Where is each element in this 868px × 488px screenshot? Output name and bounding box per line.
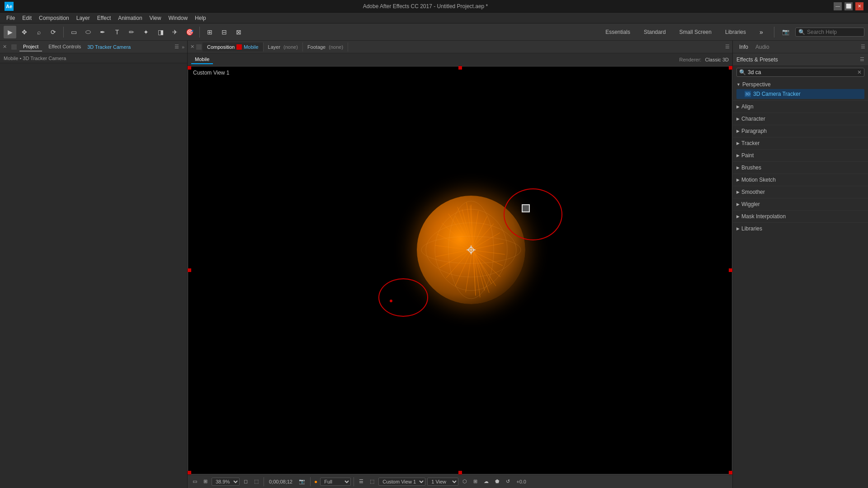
menu-help[interactable]: Help — [191, 14, 210, 22]
vc-motion-blur[interactable]: ☁ — [481, 478, 491, 485]
ep-header-menu[interactable]: ☰ — [860, 56, 864, 62]
ep-section-header-align[interactable]: ▶ Align — [736, 102, 864, 111]
vc-region[interactable]: ⬚ — [252, 478, 261, 485]
menu-view[interactable]: View — [146, 14, 165, 22]
right-panel-menu[interactable]: ☰ — [861, 44, 865, 50]
vc-show-channel[interactable]: ⬚ — [368, 478, 377, 485]
ep-section-wiggler: ▶ Wiggler — [733, 198, 868, 210]
ep-section-header-paint[interactable]: ▶ Paint — [736, 151, 864, 160]
menu-file[interactable]: File — [3, 14, 19, 22]
ep-section-header-tracker[interactable]: ▶ Tracker — [736, 139, 864, 148]
project-panel-icon — [11, 44, 17, 50]
menu-composition[interactable]: Composition — [35, 14, 73, 22]
ep-section-header-brushes[interactable]: ▶ Brushes — [736, 163, 864, 172]
ep-section-header-wiggler[interactable]: ▶ Wiggler — [736, 200, 864, 209]
comp-panel-close[interactable]: ✕ — [190, 44, 194, 50]
vc-view-select[interactable]: Custom View 1 Active Camera Front Left T… — [378, 478, 425, 486]
vc-view-count-select[interactable]: 1 View 2 Views 4 Views — [427, 478, 458, 486]
snapshot-btn[interactable]: 📷 — [781, 27, 791, 37]
ep-section-header-motion-sketch[interactable]: ▶ Motion Sketch — [736, 175, 864, 184]
workspace-standard[interactable]: Standard — [639, 28, 670, 37]
ep-section-align: ▶ Align — [733, 100, 868, 113]
tool-hand[interactable]: ✥ — [18, 26, 31, 38]
tool-brush[interactable]: ✏ — [125, 26, 138, 38]
tab-audio[interactable]: Audio — [752, 43, 773, 51]
project-panel-close[interactable]: ✕ — [3, 44, 7, 50]
ep-item-3d-camera-tracker[interactable]: 3D 3D Camera Tracker — [736, 89, 864, 99]
menu-edit[interactable]: Edit — [19, 14, 35, 22]
border-handle-br — [729, 471, 732, 474]
tab-effect-controls[interactable]: Effect Controls — [45, 42, 85, 52]
tool-roto[interactable]: ✈ — [169, 26, 181, 38]
tool-ellipse-mask[interactable]: ⬭ — [82, 26, 94, 38]
menu-layer[interactable]: Layer — [73, 14, 94, 22]
tool-align2[interactable]: ⊟ — [218, 26, 231, 38]
ep-section-header-character[interactable]: ▶ Character — [736, 114, 864, 123]
comp-tab-composition[interactable]: Composition Mobile — [203, 42, 264, 52]
tool-clone[interactable]: ✦ — [140, 26, 152, 38]
ep-triangle-motion-sketch: ▶ — [736, 178, 740, 182]
tool-align[interactable]: ⊞ — [203, 26, 216, 38]
ep-search-box[interactable]: 🔍 3d ca ✕ — [736, 68, 864, 77]
comp-tab-layer[interactable]: Layer (none) — [264, 42, 303, 52]
vc-zoom-select[interactable]: 38.9% 50% 100% — [212, 478, 240, 486]
tab-project[interactable]: Project — [19, 42, 42, 52]
vc-3d-icons[interactable]: ⬡ — [460, 478, 469, 485]
ep-section-header-mask-interpolation[interactable]: ▶ Mask Interpolation — [736, 212, 864, 221]
viewer-canvas: Custom View 1 — [188, 66, 732, 474]
window-controls[interactable]: — ⬜ ✕ — [834, 2, 863, 10]
workspace-overflow[interactable]: » — [755, 26, 768, 38]
vc-grid[interactable]: ⊞ — [201, 478, 210, 485]
left-panel-menu[interactable]: ☰ — [175, 44, 179, 50]
menu-animation[interactable]: Animation — [114, 14, 146, 22]
search-help-input[interactable] — [807, 29, 861, 35]
ep-triangle-libraries: ▶ — [736, 226, 740, 231]
comp-tabs: ✕ Composition Mobile Layer (none) Footag… — [188, 41, 732, 53]
ep-section-header-paragraph[interactable]: ▶ Paragraph — [736, 127, 864, 136]
view-tab-mobile[interactable]: Mobile — [191, 55, 213, 64]
comp-panel-menu[interactable]: ☰ — [725, 44, 730, 50]
vc-timecode[interactable]: 0;00;08;12 — [267, 478, 295, 485]
workspace-libraries[interactable]: Libraries — [721, 28, 750, 37]
comp-tab-footage[interactable]: Footage (none) — [303, 42, 348, 52]
vc-camera[interactable]: 📷 — [297, 478, 307, 485]
maximize-button[interactable]: ⬜ — [844, 2, 853, 10]
workspace-small-screen[interactable]: Small Screen — [675, 28, 716, 37]
search-help-box[interactable]: 🔍 — [795, 28, 864, 37]
main-layout: ✕ Project Effect Controls 3D Tracker Cam… — [0, 41, 868, 488]
tool-pen[interactable]: ✒ — [96, 26, 109, 38]
vc-quality-select[interactable]: Full Half Quarter — [320, 478, 351, 486]
toolbar-right: Essentials Standard Small Screen Librari… — [601, 26, 864, 38]
ep-section-header-smoother[interactable]: ▶ Smoother — [736, 188, 864, 197]
tool-rotate[interactable]: ⟳ — [47, 26, 60, 38]
vc-sep-3 — [354, 477, 354, 486]
ep-section-header-libraries[interactable]: ▶ Libraries — [736, 224, 864, 233]
minimize-button[interactable]: — — [834, 2, 842, 10]
ep-section-header-perspective[interactable]: ▼ Perspective — [736, 80, 864, 89]
vc-alpha[interactable]: ☰ — [357, 478, 366, 485]
toolbar-separator-3 — [774, 27, 774, 38]
ep-search-input[interactable]: 3d ca — [748, 69, 855, 75]
left-panel-expand[interactable]: » — [182, 44, 184, 50]
vc-fit-comp[interactable]: ◻ — [241, 478, 250, 485]
close-button[interactable]: ✕ — [855, 2, 863, 10]
tool-zoom[interactable]: ⌕ — [33, 26, 45, 38]
tool-eraser[interactable]: ◨ — [154, 26, 167, 38]
workspace-essentials[interactable]: Essentials — [601, 28, 635, 37]
tool-align3[interactable]: ⊠ — [232, 26, 245, 38]
border-handle-bl — [188, 471, 191, 474]
ep-search-clear[interactable]: ✕ — [857, 69, 862, 75]
tool-rect-mask[interactable]: ▭ — [67, 26, 80, 38]
vc-refresh[interactable]: ↺ — [504, 478, 512, 485]
vc-draft[interactable]: ⬟ — [493, 478, 502, 485]
tool-puppet[interactable]: 🎯 — [183, 26, 196, 38]
menu-effect[interactable]: Effect — [94, 14, 114, 22]
left-panel: ✕ Project Effect Controls 3D Tracker Cam… — [0, 41, 188, 488]
vc-preview-mode[interactable]: ▭ — [190, 478, 199, 485]
vc-grid2[interactable]: ⊞ — [471, 478, 480, 485]
menu-window[interactable]: Window — [165, 14, 191, 22]
tab-info[interactable]: Info — [736, 43, 752, 51]
tool-text[interactable]: T — [111, 26, 123, 38]
renderer-value[interactable]: Classic 3D — [705, 57, 729, 62]
tool-select[interactable]: ▶ — [4, 26, 16, 38]
